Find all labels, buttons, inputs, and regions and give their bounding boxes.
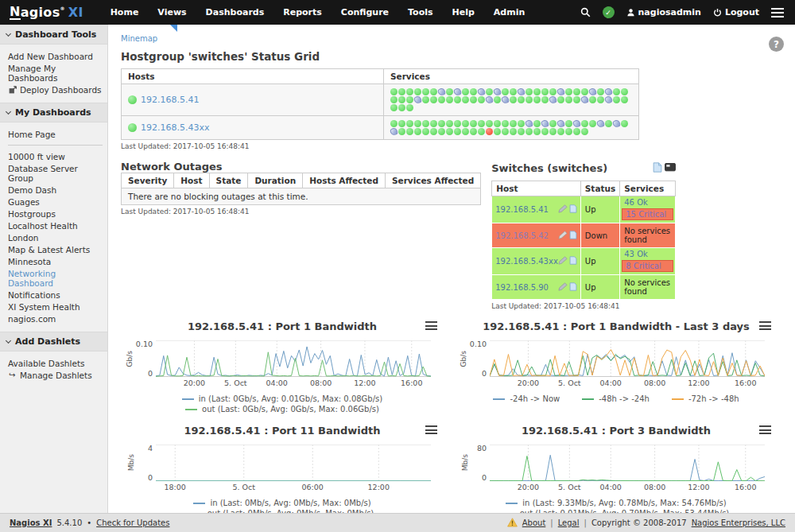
sidebar-dashboard-item[interactable]: Networking Dashboard (8, 267, 103, 289)
service-ok-icon[interactable] (398, 104, 405, 111)
service-ok-icon[interactable] (462, 120, 469, 127)
service-ok-icon[interactable] (494, 120, 501, 127)
service-ok-icon[interactable] (581, 120, 588, 127)
service-ok-icon[interactable] (406, 120, 413, 127)
service-special-icon[interactable] (596, 119, 605, 128)
sidebar-dashboard-item[interactable]: nagios.com (8, 313, 103, 324)
service-critical-icon[interactable] (486, 128, 493, 135)
line-plot[interactable] (490, 340, 765, 377)
service-ok-icon[interactable] (398, 128, 405, 135)
service-ok-icon[interactable] (398, 96, 405, 103)
service-ok-icon[interactable] (438, 128, 445, 135)
section-dashboard-tools[interactable]: Dashboard Tools (0, 25, 107, 45)
service-ok-icon[interactable] (502, 120, 509, 127)
service-ok-icon[interactable] (621, 96, 628, 103)
service-ok-icon[interactable] (541, 88, 549, 95)
service-ok-icon[interactable] (613, 88, 620, 95)
service-special-icon[interactable] (580, 95, 589, 104)
sidebar-dashboard-item[interactable]: Map & Latest Alerts (8, 243, 103, 255)
nagios-logo[interactable]: Nagios ® XI (10, 5, 83, 20)
service-ok-icon[interactable] (422, 88, 429, 95)
service-ok-icon[interactable] (494, 96, 501, 103)
service-ok-icon[interactable] (573, 96, 580, 103)
service-ok-icon[interactable] (557, 128, 564, 135)
service-ok-icon[interactable] (406, 88, 413, 95)
service-ok-icon[interactable] (494, 128, 501, 135)
service-special-icon[interactable] (525, 119, 533, 128)
service-ok-icon[interactable] (502, 128, 509, 135)
service-ok-icon[interactable] (462, 128, 469, 135)
warning-icon[interactable] (507, 518, 518, 529)
legend-entry[interactable]: -72h -> -48h (672, 394, 739, 403)
service-ok-icon[interactable] (414, 120, 421, 127)
service-ok-icon[interactable] (533, 88, 541, 95)
service-ok-icon[interactable] (430, 128, 437, 135)
legend-entry[interactable]: out (Last: 0Gb/s, Avg: 0Gb/s, Max: 0.06G… (185, 405, 379, 414)
chart-menu-icon[interactable] (759, 425, 771, 434)
chart-menu-icon[interactable] (425, 425, 437, 434)
service-special-icon[interactable] (588, 87, 597, 96)
service-ok-icon[interactable] (398, 120, 405, 127)
service-ok-icon[interactable] (605, 120, 612, 127)
footer-product-link[interactable]: Nagios XI (10, 518, 52, 527)
service-ok-icon[interactable] (430, 88, 437, 95)
service-special-icon[interactable] (437, 87, 446, 96)
menu-item[interactable]: Help (443, 7, 484, 17)
chart-menu-icon[interactable] (425, 321, 437, 330)
service-ok-icon[interactable] (525, 128, 533, 135)
service-special-icon[interactable] (541, 119, 549, 128)
service-ok-icon[interactable] (525, 96, 533, 103)
service-ok-icon[interactable] (406, 96, 413, 103)
service-ok-icon[interactable] (486, 120, 493, 127)
service-ok-icon[interactable] (581, 128, 588, 135)
pencil-icon[interactable] (558, 256, 568, 266)
sidebar-item-available-dashlets[interactable]: Available Dashlets (8, 357, 103, 369)
page-icon[interactable] (569, 256, 577, 266)
service-ok-icon[interactable] (470, 128, 477, 135)
service-ok-icon[interactable] (430, 96, 437, 103)
system-status-icon[interactable]: ✓ (603, 6, 615, 18)
service-ok-icon[interactable] (446, 88, 453, 95)
ok-count-link[interactable]: 43 Ok (620, 248, 675, 259)
sidebar-dashboard-item[interactable]: Hostgroups (8, 208, 103, 219)
service-ok-icon[interactable] (613, 96, 620, 103)
hamburger-menu-icon[interactable] (771, 8, 784, 17)
service-ok-icon[interactable] (470, 120, 477, 127)
help-icon[interactable]: ? (769, 37, 784, 52)
service-ok-icon[interactable] (390, 96, 398, 103)
service-ok-icon[interactable] (533, 120, 541, 127)
chart-menu-icon[interactable] (759, 321, 771, 330)
sidebar-item-add-new-dashboard[interactable]: Add New Dashboard (8, 50, 103, 62)
service-special-icon[interactable] (485, 95, 494, 104)
service-ok-icon[interactable] (470, 96, 477, 103)
service-ok-icon[interactable] (533, 128, 541, 135)
sidebar-item-deploy-dashboards[interactable]: Deploy Dashboards (8, 83, 103, 95)
service-ok-icon[interactable] (470, 88, 477, 95)
sidebar-dashboard-item[interactable]: London (8, 231, 103, 243)
service-ok-icon[interactable] (573, 128, 580, 135)
service-ok-icon[interactable] (422, 96, 429, 103)
service-ok-icon[interactable] (518, 120, 525, 127)
service-ok-icon[interactable] (462, 96, 469, 103)
host-link[interactable]: 192.168.5.43xx (141, 122, 210, 133)
sidebar-dashboard-item[interactable]: Minnesota (8, 255, 103, 267)
service-ok-icon[interactable] (621, 88, 628, 95)
service-ok-icon[interactable] (446, 96, 453, 103)
service-special-icon[interactable] (501, 95, 510, 104)
sidebar-dashboard-item[interactable]: Guages (8, 196, 103, 208)
about-link[interactable]: About (522, 518, 546, 527)
service-special-icon[interactable] (604, 87, 613, 96)
service-ok-icon[interactable] (406, 104, 413, 111)
service-ok-icon[interactable] (541, 128, 549, 135)
service-special-icon[interactable] (390, 127, 398, 136)
section-my-dashboards[interactable]: My Dashboards (0, 103, 107, 122)
critical-count-badge[interactable]: 8 Critical (622, 260, 673, 272)
page-icon[interactable] (569, 231, 577, 241)
service-ok-icon[interactable] (581, 88, 588, 95)
service-special-icon[interactable] (413, 95, 422, 104)
host-link[interactable]: 192.168.5.41 (141, 95, 199, 105)
service-ok-icon[interactable] (422, 128, 429, 135)
service-ok-icon[interactable] (549, 88, 556, 95)
pencil-icon[interactable] (558, 231, 568, 241)
service-ok-icon[interactable] (398, 88, 405, 95)
